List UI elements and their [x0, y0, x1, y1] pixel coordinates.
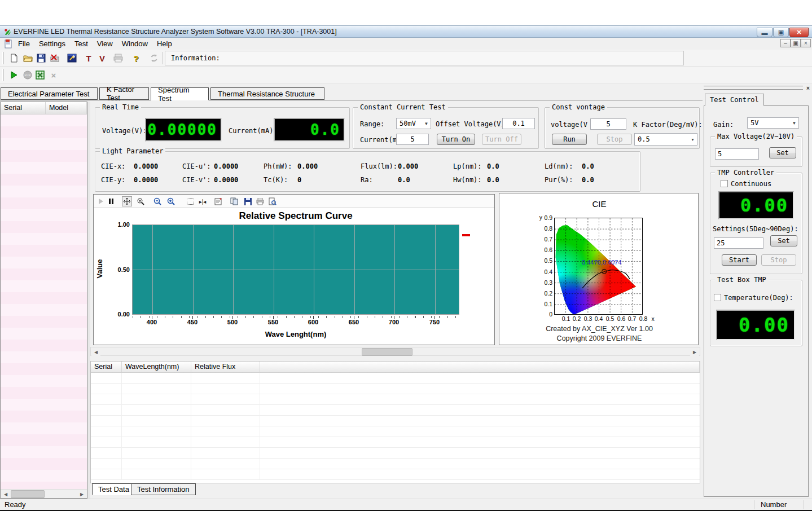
continuous-checkbox[interactable] — [721, 180, 728, 187]
toolbar-grip-2[interactable] — [2, 69, 4, 81]
table-row[interactable] — [91, 384, 700, 394]
delete-config-icon[interactable] — [49, 52, 61, 64]
tab-test-data[interactable]: Test Data — [92, 483, 135, 495]
tab-thermal-resistance-structure[interactable]: Thermal Resistance Structure — [210, 87, 324, 100]
menu-settings[interactable]: Settings — [34, 38, 70, 49]
export-excel-icon[interactable] — [34, 69, 46, 81]
test-control-tab[interactable]: Test Control — [705, 94, 764, 106]
mdi-restore-button[interactable]: ▣ — [791, 39, 801, 47]
y-tick: 0.50 — [111, 266, 130, 273]
k-factor-combo[interactable]: 0.5 ▾ — [634, 133, 697, 146]
cancel-icon[interactable]: × — [47, 69, 60, 81]
chart-pan-icon[interactable] — [122, 196, 132, 206]
fit-width-icon[interactable]: ▸|◂ — [197, 196, 208, 206]
menu-file[interactable]: File — [14, 38, 34, 49]
panel-grip[interactable] — [704, 86, 803, 90]
menu-help[interactable]: Help — [152, 38, 177, 49]
offset-voltage-input[interactable] — [502, 118, 535, 129]
scroll-right-icon[interactable]: ▶ — [690, 348, 699, 356]
table-row[interactable] — [91, 426, 700, 437]
gain-combo[interactable]: 5V ▼ — [747, 117, 799, 129]
temperature-checkbox[interactable] — [714, 294, 721, 301]
open-file-icon[interactable] — [21, 52, 34, 64]
select-region-icon[interactable] — [185, 196, 195, 206]
spectrum-plot-area[interactable] — [132, 224, 459, 315]
column-model[interactable]: Model — [46, 102, 87, 114]
table-row[interactable] — [91, 394, 700, 405]
status-text: Ready — [5, 500, 26, 509]
panel-close-icon[interactable]: × — [804, 85, 812, 92]
start-test-icon[interactable] — [8, 69, 20, 81]
chart-properties-icon[interactable] — [213, 196, 223, 206]
menu-test[interactable]: Test — [70, 38, 93, 49]
table-row[interactable] — [91, 437, 700, 448]
column-serial[interactable]: Serial — [1, 102, 46, 114]
table-row[interactable] — [91, 416, 700, 426]
device-list-body[interactable] — [1, 114, 87, 489]
print-chart-icon[interactable] — [255, 196, 265, 206]
cv-voltage-input[interactable] — [590, 118, 626, 130]
print-icon[interactable] — [112, 52, 124, 64]
table-row[interactable] — [91, 373, 700, 384]
tmp-controller-title: TMP Controller — [715, 169, 776, 177]
scroll-left-icon[interactable]: ◀ — [91, 348, 100, 356]
tab-k-factor-test[interactable]: K Factor Test — [99, 87, 149, 100]
tmp-stop-button[interactable]: Stop — [761, 254, 796, 266]
menu-bar: File Settings Test View Window Help – ▣ … — [0, 38, 812, 50]
cc-current-input[interactable] — [396, 134, 429, 145]
help-icon[interactable]: ? — [130, 52, 142, 64]
max-voltage-input[interactable] — [715, 148, 759, 160]
copy-chart-icon[interactable] — [229, 196, 239, 206]
voltage-test-icon[interactable]: V — [96, 52, 108, 64]
toolbar-grip[interactable] — [2, 52, 4, 64]
zoom-in-icon[interactable] — [166, 196, 176, 206]
cie-y-tick: 0.2 — [538, 290, 552, 297]
tmp-settings-input[interactable] — [714, 237, 763, 249]
tab-spectrum-test[interactable]: Spectrum Test — [151, 87, 209, 100]
save-icon[interactable] — [35, 52, 47, 64]
mdi-minimize-button[interactable]: – — [780, 39, 791, 47]
lp-value: 0.0 — [398, 176, 453, 184]
column-serial[interactable]: Serial — [91, 362, 122, 372]
test-control-body: Gain: 5V ▼ Max Voltage(2V~10V) Set TMP C… — [704, 105, 809, 497]
menu-view[interactable]: View — [93, 38, 117, 49]
column-relative-flux[interactable]: Relative Flux — [191, 362, 260, 372]
tab-test-information[interactable]: Test Information — [131, 483, 196, 495]
close-button[interactable]: ✕ — [789, 28, 809, 37]
scroll-right-icon[interactable]: ▶ — [77, 490, 86, 498]
refresh-icon[interactable] — [148, 52, 160, 64]
tab-electrical-parameter-test[interactable]: Electrical Parameter Test — [1, 87, 98, 100]
table-row[interactable] — [91, 459, 700, 469]
save-chart-icon[interactable] — [243, 196, 253, 206]
device-list-hscrollbar[interactable]: ◀ ▶ — [1, 489, 87, 498]
restore-button[interactable]: ▣ — [773, 28, 789, 37]
scroll-thumb[interactable] — [11, 490, 45, 498]
max-voltage-set-button[interactable]: Set — [769, 147, 796, 158]
menu-window[interactable]: Window — [117, 38, 152, 49]
zoom-out-icon[interactable] — [152, 196, 163, 206]
run-button[interactable]: Run — [552, 134, 587, 145]
tmp-start-button[interactable]: Start — [722, 254, 757, 266]
turn-on-button[interactable]: Turn On — [437, 134, 475, 145]
table-row[interactable] — [91, 448, 700, 459]
chart-zoom-track-icon[interactable] — [135, 196, 146, 206]
main-hscrollbar[interactable]: ◀ ▶ — [90, 347, 700, 356]
column-wavelength[interactable]: WaveLength(nm) — [122, 362, 191, 372]
table-row[interactable] — [91, 405, 700, 416]
chart-play-icon[interactable] — [96, 196, 106, 206]
print-preview-icon[interactable] — [267, 196, 278, 206]
tool-window-icon[interactable] — [65, 52, 78, 64]
turn-off-button[interactable]: Turn Off — [482, 134, 521, 145]
stop-test-icon[interactable]: STOP — [21, 69, 34, 81]
minimize-button[interactable]: ▬ — [757, 28, 773, 37]
chart-pause-icon[interactable] — [106, 196, 116, 206]
new-file-icon[interactable] — [8, 52, 20, 64]
table-row[interactable] — [91, 469, 700, 480]
mdi-close-button[interactable]: × — [801, 39, 811, 47]
temperature-test-icon[interactable]: T — [82, 52, 95, 64]
scroll-thumb[interactable] — [362, 348, 412, 356]
range-combo[interactable]: 50mV ▼ — [396, 118, 431, 129]
tmp-set-button[interactable]: Set — [770, 235, 797, 246]
stop-button[interactable]: Stop — [597, 134, 632, 145]
scroll-left-icon[interactable]: ◀ — [1, 490, 10, 498]
